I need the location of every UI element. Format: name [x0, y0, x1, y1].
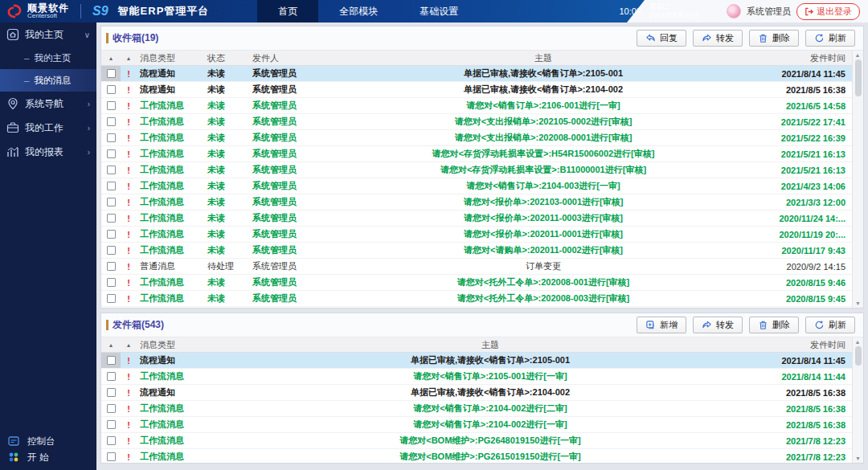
col-header-sender[interactable]: 发件人	[249, 52, 323, 64]
cell-type: 工作流消息	[137, 419, 217, 431]
message-row[interactable]: !流程通知未读系统管理员单据已审核,请接收<销售订单>:2104-0022021…	[101, 82, 852, 98]
inbox-scrollbar[interactable]: ▲ ▼	[852, 51, 863, 308]
delete-button[interactable]: 删除	[749, 30, 799, 47]
row-checkbox[interactable]	[107, 404, 116, 413]
refresh-button[interactable]: 刷新	[805, 30, 855, 47]
col-header-type[interactable]: 消息类型	[137, 339, 217, 351]
message-row[interactable]: !工作流消息未读系统管理员请您对<托外工令单>:202008-001进行[审核]…	[101, 275, 852, 291]
col-header-type[interactable]: 消息类型	[137, 52, 204, 64]
row-select-cell	[101, 449, 121, 463]
console-icon	[8, 435, 19, 447]
priority-header[interactable]: ▴	[121, 341, 137, 349]
message-row[interactable]: !工作流消息请您对<BOM维护>:PG2615019150进行[一审]2021/…	[101, 449, 852, 463]
scroll-up-icon[interactable]: ▲	[855, 339, 862, 345]
sidebar-item-label: 系统导航	[25, 97, 82, 111]
cell-status: 待处理	[204, 260, 249, 272]
row-checkbox[interactable]	[107, 166, 116, 174]
priority-header[interactable]: ▴	[121, 55, 137, 62]
message-row[interactable]: !普通消息待处理系统管理员订单变更2020/9/2 14:15	[101, 259, 852, 275]
reply-button[interactable]: 回复	[637, 30, 686, 47]
scroll-up-icon[interactable]: ▲	[855, 52, 862, 58]
row-checkbox[interactable]	[107, 133, 116, 142]
message-row[interactable]: !工作流消息未读系统管理员请您对<报价单>:202103-0001进行[审核]2…	[101, 194, 852, 210]
col-header-subject[interactable]: 主题	[217, 339, 764, 351]
message-row[interactable]: !工作流消息请您对<销售订单>:2104-002进行[二审]2021/8/5 1…	[101, 401, 852, 417]
select-all-header[interactable]: ▴	[101, 51, 121, 65]
row-checkbox[interactable]	[107, 117, 116, 126]
message-row[interactable]: !工作流消息请您对<BOM维护>:PG2648019150进行[一审]2021/…	[101, 433, 852, 449]
scroll-down-icon[interactable]: ▼	[855, 300, 861, 306]
message-row[interactable]: !工作流消息未读系统管理员请您对<支出报销单>:202008-0001进行[审核…	[101, 130, 852, 146]
message-row[interactable]: !工作流消息未读系统管理员请您对<支出报销单>:202105-0002进行[审核…	[101, 114, 852, 130]
message-row[interactable]: !工作流消息未读系统管理员请您对<销售订单>:2104-003进行[一审]202…	[101, 178, 852, 194]
row-checkbox[interactable]	[107, 452, 116, 461]
row-checkbox[interactable]	[107, 436, 116, 445]
row-checkbox[interactable]	[107, 69, 116, 78]
message-row[interactable]: !工作流消息未读系统管理员请您对<报价单>:202011-0003进行[审核]2…	[101, 210, 852, 227]
priority-flag-icon: !	[121, 262, 137, 272]
row-checkbox[interactable]	[107, 246, 116, 255]
row-checkbox[interactable]	[107, 262, 116, 271]
message-row[interactable]: !流程通知单据已审核,请接收<销售订单>:2105-0012021/8/14 1…	[101, 353, 852, 369]
forward-button[interactable]: 转发	[693, 30, 743, 47]
cell-type: 工作流消息	[137, 132, 204, 144]
scroll-thumb[interactable]	[855, 346, 862, 366]
start-button[interactable]: 开 始	[0, 449, 96, 465]
row-checkbox[interactable]	[107, 388, 116, 397]
forward-button[interactable]: 转发	[693, 317, 743, 333]
message-row[interactable]: !流程通知单据已审核,请接收<销售订单>:2104-0022021/8/5 16…	[101, 385, 852, 401]
scroll-down-icon[interactable]: ▼	[855, 456, 861, 461]
row-checkbox[interactable]	[107, 149, 116, 158]
row-checkbox[interactable]	[107, 372, 116, 381]
select-all-header[interactable]: ▴	[101, 337, 121, 352]
refresh-label: 刷新	[829, 32, 846, 44]
top-nav: 首页 全部模块 基础设置	[257, 0, 479, 22]
row-checkbox[interactable]	[107, 198, 116, 206]
cell-type: 普通消息	[137, 260, 204, 272]
nav-all-modules[interactable]: 全部模块	[318, 0, 399, 22]
sidebar-item-system-nav[interactable]: 系统导航 ›	[0, 92, 96, 116]
message-row[interactable]: !工作流消息请您对<销售订单>:2105-001进行[一审]2021/8/14 …	[101, 369, 852, 385]
message-row[interactable]: !流程通知未读系统管理员单据已审核,请接收<销售订单>:2105-0012021…	[101, 66, 852, 82]
row-checkbox[interactable]	[107, 214, 116, 223]
row-checkbox[interactable]	[107, 230, 116, 239]
cell-subject: 请您对<报价单>:202011-0003进行[审核]	[323, 212, 764, 224]
nav-home[interactable]: 首页	[257, 0, 318, 22]
col-header-time[interactable]: 发件时间	[764, 52, 852, 64]
sidebar-subitem-my-messages[interactable]: – 我的消息	[0, 69, 96, 92]
new-button[interactable]: 新增	[637, 317, 686, 333]
refresh-button[interactable]: 刷新	[805, 317, 855, 333]
scroll-thumb[interactable]	[855, 59, 862, 96]
user-avatar[interactable]	[727, 4, 741, 18]
row-checkbox[interactable]	[107, 278, 116, 287]
col-header-time[interactable]: 发件时间	[764, 339, 852, 351]
delete-button[interactable]: 删除	[749, 317, 799, 333]
logout-button[interactable]: 退出登录	[796, 3, 860, 20]
sidebar-item-my-work[interactable]: 我的工作 ›	[0, 116, 96, 140]
trash-icon	[758, 33, 768, 43]
outbox-scrollbar[interactable]: ▲ ▼	[852, 337, 863, 463]
row-checkbox[interactable]	[107, 101, 116, 110]
message-row[interactable]: !工作流消息未读系统管理员请您对<存货浮动耗损率设置>:H54R15006002…	[101, 146, 852, 162]
message-row[interactable]: !工作流消息未读系统管理员请您对<销售订单>:2106-001进行[一审]202…	[101, 98, 852, 114]
message-row[interactable]: !工作流消息未读系统管理员请您对<存货浮动耗损率设置>:B11000001进行[…	[101, 162, 852, 178]
row-checkbox[interactable]	[107, 182, 116, 190]
sidebar-subitem-my-home[interactable]: – 我的主页	[0, 47, 96, 69]
cell-subject: 请您对<报价单>:202103-0001进行[审核]	[323, 196, 764, 208]
message-row[interactable]: !工作流消息未读系统管理员请您对<请购单>:202011-0002进行[审核]2…	[101, 243, 852, 259]
col-header-status[interactable]: 状态	[204, 52, 249, 64]
console-button[interactable]: 控制台	[0, 433, 96, 449]
row-checkbox[interactable]	[107, 356, 116, 365]
nav-basic-settings[interactable]: 基础设置	[399, 0, 479, 22]
row-checkbox[interactable]	[107, 85, 116, 94]
cell-status: 未读	[204, 116, 249, 128]
message-row[interactable]: !工作流消息请您对<销售订单>:2104-002进行[一审]2021/8/5 1…	[101, 417, 852, 433]
row-checkbox[interactable]	[107, 294, 116, 303]
row-checkbox[interactable]	[107, 420, 116, 429]
message-row[interactable]: !工作流消息未读系统管理员请您对<报价单>:202011-0001进行[审核]2…	[101, 227, 852, 243]
message-row[interactable]: !工作流消息未读系统管理员请您对<托外工令单>:202008-003进行[审核]…	[101, 291, 852, 307]
sidebar-item-my-home[interactable]: 我的主页 ∨	[0, 22, 96, 47]
col-header-subject[interactable]: 主题	[323, 52, 764, 64]
row-select-cell	[101, 275, 121, 290]
sidebar-item-my-reports[interactable]: 我的报表 ›	[0, 140, 96, 164]
